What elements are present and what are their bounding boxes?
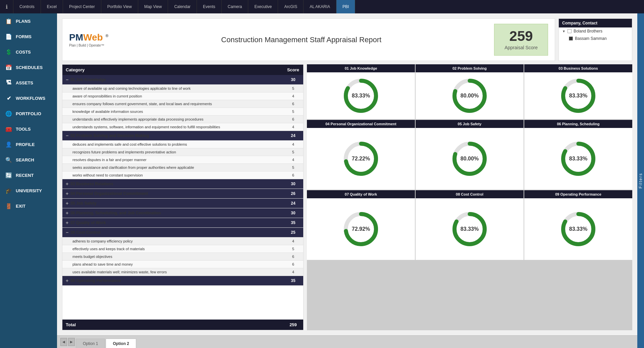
category-row[interactable]: − 01 Job Knowledge 30 xyxy=(62,75,303,85)
collapse-icon[interactable]: + xyxy=(66,191,68,196)
total-row: Total 259 xyxy=(62,320,303,330)
contact-checkbox-2[interactable] xyxy=(569,37,573,41)
contact-label-2: Bassam Samman xyxy=(575,36,607,41)
nav-item-al-akaria[interactable]: AL AKARIA xyxy=(304,0,336,13)
category-row[interactable]: + 04 Personal Organizational Commitment … xyxy=(62,189,303,199)
collapse-icon[interactable]: − xyxy=(66,133,68,138)
donut-text: 83.33% xyxy=(569,93,587,99)
expand-arrow[interactable]: ▼ xyxy=(562,29,566,33)
col-header-score: Score xyxy=(283,65,303,75)
table-charts-row: Category Score − 01 Job Knowledge 30 awa… xyxy=(62,64,632,330)
category-row[interactable]: − 08 Cost Control 25 xyxy=(62,228,303,237)
pmweb-logo: PMWeb ® Plan | Build | Operate™ xyxy=(69,32,108,47)
item-desc: aware of responsibilities in current pos… xyxy=(62,92,283,100)
item-score: 6 xyxy=(283,100,303,108)
nav-item-calendar[interactable]: Calendar xyxy=(168,0,197,13)
table-row: resolves disputes in a fair and proper m… xyxy=(62,156,303,164)
sidebar-item-assets[interactable]: 🏗ASSETS xyxy=(0,75,57,90)
nav-item-map-view[interactable]: Map View xyxy=(138,0,168,13)
item-desc: understands and effectively implements a… xyxy=(62,116,283,123)
info-icon[interactable]: ℹ xyxy=(0,0,13,13)
tab-next-btn[interactable]: ▶ xyxy=(68,338,75,346)
donut-text: 80.00% xyxy=(461,93,479,99)
sidebar-item-tools[interactable]: 🧰TOOLS xyxy=(0,121,57,137)
sidebar-item-forms[interactable]: 📄FORMS xyxy=(0,29,57,44)
sidebar-label-exit: EXIT xyxy=(16,204,25,209)
sidebar-item-profile[interactable]: 👤PROFILE xyxy=(0,137,57,152)
item-score: 5 xyxy=(283,108,303,115)
collapse-icon[interactable]: + xyxy=(66,210,68,216)
tab-option-2[interactable]: Option 2 xyxy=(106,339,136,348)
sidebar-item-workflows[interactable]: ✔WORKFLOWS xyxy=(0,90,57,106)
category-row[interactable]: − 02 Problem Solving and Decision Making… xyxy=(62,131,303,141)
item-score: 4 xyxy=(283,92,303,100)
category-row[interactable]: + 05 Job Safety 24 xyxy=(62,199,303,208)
contact-item-2: Bassam Samman xyxy=(559,35,632,42)
tab-option-1[interactable]: Option 1 xyxy=(76,339,105,348)
sidebar-item-portfolio[interactable]: 🌐PORTFOLIO xyxy=(0,106,57,121)
chart-label: 06 Planning, Scheduling xyxy=(524,120,632,128)
nav-item-project-center[interactable]: Project Center xyxy=(63,0,101,13)
sidebar-label-assets: ASSETS xyxy=(16,80,33,85)
report-header: PMWeb ® Plan | Build | Operate™ Construc… xyxy=(62,18,632,61)
sidebar-item-search[interactable]: 🔍SEARCH xyxy=(0,152,57,167)
contact-radio-1[interactable] xyxy=(568,29,572,33)
item-score: 6 xyxy=(283,253,303,260)
table-row: plans ahead to save time and money 6 xyxy=(62,261,303,268)
sidebar-item-schedules[interactable]: 📅SCHEDULES xyxy=(0,60,57,75)
main-layout: 📋PLANS📄FORMS💲COSTS📅SCHEDULES🏗ASSETS✔WORK… xyxy=(0,13,644,348)
nav-item-events[interactable]: Events xyxy=(197,0,222,13)
category-name: − 02 Problem Solving and Decision Making xyxy=(62,131,283,140)
donut-chart: 80.00% xyxy=(449,139,490,179)
nav-item-controls[interactable]: Controls xyxy=(13,0,41,13)
table-row: understands systems, software, informati… xyxy=(62,123,303,131)
collapse-icon[interactable]: − xyxy=(66,230,68,235)
category-row[interactable]: + 07 Quality of Work 35 xyxy=(62,218,303,228)
table-row: deduces and implements safe and cost eff… xyxy=(62,141,303,148)
category-row[interactable]: + 06 Planning, Scheduling, and Job Coord… xyxy=(62,208,303,218)
sidebar-icon-exit: 🚪 xyxy=(5,202,12,210)
collapse-icon[interactable]: + xyxy=(66,201,68,206)
sidebar-icon-plans: 📋 xyxy=(5,17,12,25)
nav-item-excel[interactable]: Excel xyxy=(41,0,63,13)
sidebar-item-exit[interactable]: 🚪EXIT xyxy=(0,198,57,214)
nav-item-arcgis[interactable]: ArcGIS xyxy=(278,0,304,13)
collapse-icon[interactable]: + xyxy=(66,181,68,187)
tab-prev-btn[interactable]: ◀ xyxy=(60,338,67,346)
category-score: 26 xyxy=(283,189,303,198)
sidebar-item-university[interactable]: 🎓UNIVERSITY xyxy=(0,183,57,198)
table-body: − 01 Job Knowledge 30 aware of available… xyxy=(62,75,303,320)
chart-body: 72.92% xyxy=(307,198,415,260)
chart-body: 83.33% xyxy=(524,198,632,260)
nav-item-executive[interactable]: Executive xyxy=(248,0,278,13)
sidebar-item-costs[interactable]: 💲COSTS xyxy=(0,44,57,60)
chart-cell: 09 Operating Performance 83.33% xyxy=(524,190,632,260)
chart-label: 01 Job Knowledge xyxy=(307,64,415,72)
contact-item-1: ▼ Boland Brothers xyxy=(559,27,632,35)
collapse-icon[interactable]: + xyxy=(66,220,68,225)
sidebar-icon-forms: 📄 xyxy=(5,33,12,40)
sidebar-item-plans[interactable]: 📋PLANS xyxy=(0,13,57,29)
collapse-icon[interactable]: + xyxy=(66,278,68,283)
category-row[interactable]: + 09 Operating Performance 35 xyxy=(62,276,303,286)
nav-item-portfolio-view[interactable]: Portfolio View xyxy=(101,0,138,13)
nav-item-pbi[interactable]: PBI xyxy=(336,0,355,13)
collapse-icon[interactable]: − xyxy=(66,77,68,82)
nav-item-camera[interactable]: Camera xyxy=(222,0,249,13)
chart-body: 83.33% xyxy=(416,198,524,260)
content-area: PMWeb ® Plan | Build | Operate™ Construc… xyxy=(57,13,637,348)
category-row[interactable]: + 03 Business Relations 30 xyxy=(62,179,303,189)
nav-items: ControlsExcelProject CenterPortfolio Vie… xyxy=(13,0,644,13)
sidebar-label-recent: RECENT xyxy=(16,173,34,178)
sidebar-item-recent[interactable]: 🔄RECENT xyxy=(0,167,57,183)
item-score: 6 xyxy=(283,116,303,123)
report-container: PMWeb ® Plan | Build | Operate™ Construc… xyxy=(57,13,637,335)
item-score: 4 xyxy=(283,268,303,276)
category-name: + 03 Business Relations xyxy=(62,179,283,189)
sidebar-icon-portfolio: 🌐 xyxy=(5,110,12,117)
chart-label: 02 Problem Solving xyxy=(416,64,524,72)
item-desc: uses available materials well; minimizes… xyxy=(62,268,283,276)
filters-panel[interactable]: Filters xyxy=(637,13,644,348)
sidebar-icon-search: 🔍 xyxy=(5,156,12,163)
chart-label: 03 Business Solutions xyxy=(524,64,632,72)
